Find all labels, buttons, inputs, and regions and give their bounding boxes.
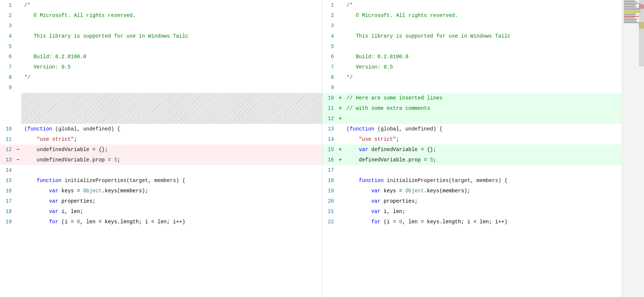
line-number: 21 (322, 206, 337, 217)
line-number: 8 (0, 72, 15, 83)
left-code-area: 1 /*2 © Microsoft. All rights reserved.3… (0, 0, 322, 297)
table-row: 20 var properties; (322, 196, 644, 206)
table-row: 1 /* (322, 0, 644, 10)
line-content: definedVariable.prop = 5; (344, 155, 644, 165)
line-marker (15, 41, 21, 52)
line-marker (337, 62, 344, 72)
table-row: 14 (0, 165, 322, 175)
table-row: 15+ var definedVariable = {}; (322, 144, 644, 155)
table-row: 5 (322, 41, 644, 52)
line-content: Version: 0.5 (344, 62, 644, 72)
line-marker (15, 196, 21, 206)
line-content: This library is supported for use in Win… (344, 31, 644, 41)
line-number: 1 (322, 0, 337, 10)
line-marker (337, 206, 344, 217)
table-row: 13− undefinedVariable.prop = 5; (0, 155, 322, 165)
line-marker (15, 21, 21, 31)
line-number: 15 (0, 175, 15, 186)
table-row (0, 93, 322, 103)
line-number: 14 (0, 165, 15, 175)
line-number (0, 113, 15, 124)
line-marker (337, 21, 344, 31)
line-number: 10 (322, 93, 337, 103)
line-number: 8 (322, 72, 337, 83)
line-number: 9 (0, 83, 15, 93)
line-marker (337, 165, 344, 175)
table-row: 13 (function (global, undefined) { (322, 124, 644, 134)
line-content: (function (global, undefined) { (344, 124, 644, 134)
line-content (21, 113, 322, 124)
table-row: 17 var properties; (0, 196, 322, 206)
line-marker (337, 10, 344, 21)
line-number: 18 (322, 175, 337, 186)
line-content: © Microsoft. All rights reserved. (344, 10, 644, 21)
table-row: 3 (322, 21, 644, 31)
line-number: 13 (322, 124, 337, 134)
line-content: (function (global, undefined) { (21, 124, 322, 134)
line-content (21, 103, 322, 113)
line-content (344, 165, 644, 175)
line-marker (15, 52, 21, 62)
minimap[interactable] (622, 0, 644, 297)
table-row: 5 (0, 41, 322, 52)
table-row: 7 Version: 0.5 (322, 62, 644, 72)
line-content: */ (21, 72, 322, 83)
line-marker (15, 217, 21, 227)
line-number: 4 (0, 31, 15, 41)
line-marker (15, 113, 21, 124)
table-row: 10 (function (global, undefined) { (0, 124, 322, 134)
line-number: 9 (322, 83, 337, 93)
line-marker: + (337, 155, 344, 165)
line-marker (15, 10, 21, 21)
line-content (21, 41, 322, 52)
table-row (0, 103, 322, 113)
table-row: 18 function initializeProperties(target,… (322, 175, 644, 186)
table-row: 7 Version: 0.5 (0, 62, 322, 72)
line-marker: − (15, 144, 21, 155)
table-row: 18 var i, len; (0, 206, 322, 217)
table-row: 16 var keys = Object.keys(members); (0, 186, 322, 196)
table-row: 14 "use strict"; (322, 134, 644, 144)
line-number: 6 (0, 52, 15, 62)
line-marker: + (337, 113, 344, 124)
table-row: 19 for (i = 0, len = keys.length; i < le… (0, 217, 322, 227)
line-marker (15, 186, 21, 196)
line-marker: + (337, 144, 344, 155)
line-content: /* (344, 0, 644, 10)
right-code-area: 1 /*2 © Microsoft. All rights reserved.3… (322, 0, 644, 297)
table-row: 2 © Microsoft. All rights reserved. (0, 10, 322, 21)
line-number: 15 (322, 144, 337, 155)
table-row: 1 /* (0, 0, 322, 10)
line-number: 5 (322, 41, 337, 52)
line-marker (15, 165, 21, 175)
line-marker (337, 83, 344, 93)
line-content (21, 21, 322, 31)
line-marker (15, 62, 21, 72)
table-row: 19 var keys = Object.keys(members); (322, 186, 644, 196)
line-number: 2 (322, 10, 337, 21)
line-number: 10 (0, 124, 15, 134)
line-number: 14 (322, 134, 337, 144)
line-marker (337, 41, 344, 52)
line-marker (337, 72, 344, 83)
line-content: "use strict"; (344, 134, 644, 144)
line-marker (337, 196, 344, 206)
line-content (344, 41, 644, 52)
line-number (0, 93, 15, 103)
table-row: 6 Build: 6.2.8100.0 (322, 52, 644, 62)
line-number: 4 (322, 31, 337, 41)
line-content (344, 21, 644, 31)
table-row: 4 This library is supported for use in W… (0, 31, 322, 41)
line-marker (15, 175, 21, 186)
line-content: // Here are some inserted lines (344, 93, 644, 103)
table-row: 21 var i, len; (322, 206, 644, 217)
line-number: 17 (0, 196, 15, 206)
line-number: 11 (322, 103, 337, 113)
line-marker: + (337, 93, 344, 103)
line-marker (15, 83, 21, 93)
line-number: 2 (0, 10, 15, 21)
table-row: 8 */ (0, 72, 322, 83)
table-row: 2 © Microsoft. All rights reserved. (322, 10, 644, 21)
line-content (344, 113, 644, 124)
table-row: 8 */ (322, 72, 644, 83)
